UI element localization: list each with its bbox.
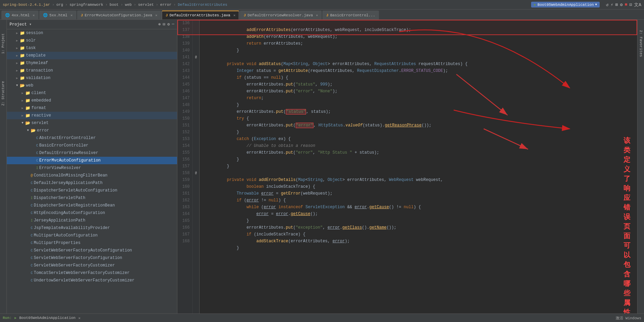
tree-arrow-web: ▼ — [15, 84, 19, 87]
tree-item-validation[interactable]: ▶ 📁 validation — [7, 74, 177, 82]
tree-label-error: error — [37, 128, 49, 133]
line-num-159: 159 — [177, 177, 192, 183]
settings-icon[interactable]: ⚙ — [620, 2, 623, 7]
tab-4xx[interactable]: 🌐 4xx.html ✕ — [1, 11, 39, 19]
tree-item-ServletWebServerFactoryAutoConfiguration[interactable]: ▶ C ServletWebServerFactoryAutoConfigura… — [7, 247, 177, 254]
code-line-136: addErrorAttributes(errorAttributes, webR… — [200, 20, 637, 27]
tree-item-MultipartProperties[interactable]: ▶ C MultipartProperties — [7, 239, 177, 247]
tree-label-transaction: transaction — [26, 68, 53, 73]
line-num-165: 165 — [177, 217, 192, 224]
tree-label-web: web — [26, 83, 33, 88]
tree-item-error[interactable]: ▼ 📂 error — [7, 127, 177, 134]
tab-5xx[interactable]: 🌐 5xx.html ✕ — [39, 11, 76, 19]
tree-arrow-template: ▶ — [15, 54, 19, 58]
project-side-tab[interactable]: 1: Project — [1, 33, 5, 54]
tab-5xx-close[interactable]: ✕ — [71, 13, 73, 17]
tree-arrow-task: ▶ — [15, 46, 19, 50]
tab-defaultError[interactable]: J DefaultErrorAttributes.java ✕ — [162, 11, 239, 19]
tree-label-DispatcherServletRegistrationBean: DispatcherServletRegistrationBean — [34, 203, 115, 208]
gutter-168 — [193, 238, 199, 245]
run-close-icon[interactable]: ✕ — [78, 316, 80, 320]
tab-defaultErrorView[interactable]: J DefaultErrorViewResolver.java ✕ — [240, 11, 322, 19]
tree-item-AbstractErrorController[interactable]: ▶ C AbstractErrorController — [7, 134, 177, 142]
tab-defaultErrorView-close[interactable]: ✕ — [316, 13, 318, 17]
line-num-155: 155 — [177, 149, 192, 156]
tree-item-ServletWebServerFactoryCustomizer[interactable]: ▶ C ServletWebServerFactoryCustomizer — [7, 262, 177, 269]
breadcrumb-boot: boot — [109, 3, 118, 7]
gutter-158: @ — [193, 170, 199, 177]
tree-item-ErrorViewResolver[interactable]: ▶ I ErrorViewResolver — [7, 164, 177, 172]
tree-item-UndertowServletWebServerFactoryCustomizer[interactable]: ▶ C UndertowServletWebServerFactoryCusto… — [7, 277, 177, 284]
tree-arrow-thymeleaf: ▶ — [15, 61, 19, 65]
folder-icon-solr: 📁 — [20, 38, 25, 43]
tree-item-DispatcherServletPath[interactable]: ▶ I DispatcherServletPath — [7, 194, 177, 202]
sidebar-header: Project ▾ ⊕ ⊟ ⚙ — — [7, 20, 177, 29]
gutter-152 — [193, 129, 199, 136]
tree-item-servlet[interactable]: ▼ 📂 servlet — [7, 119, 177, 127]
folder-icon-reactive: 📁 — [25, 113, 30, 118]
gutter-165 — [193, 217, 199, 224]
refresh-icon[interactable]: ↺ — [606, 2, 609, 7]
layers-icon[interactable]: ⊞ — [615, 2, 618, 7]
class-icon-dispatcherauto: C — [31, 189, 33, 193]
code-line-158: private void addErrorDetails(Map<String,… — [200, 170, 637, 177]
tree-item-ErrorMvcAutoConfiguration[interactable]: ▶ C ErrorMvcAutoConfiguration — [7, 157, 177, 164]
tree-item-client[interactable]: ▶ 📁 client — [7, 89, 177, 97]
tab-errorMvc-close[interactable]: ✕ — [155, 13, 157, 17]
gutter-166 — [193, 224, 199, 231]
sidebar-gear-icon[interactable]: ⊕ — [158, 22, 161, 27]
class-icon-jersey: C — [31, 181, 33, 185]
tree-item-transaction[interactable]: ▶ 📁 transaction — [7, 67, 177, 74]
gutter-155 — [193, 149, 199, 156]
run-config-dropdown[interactable]: ▼ — [595, 3, 597, 6]
tree-item-ConditionalOnMissingFilterBean[interactable]: ▶ @ ConditionalOnMissingFilterBean — [7, 172, 177, 179]
folder-icon-embedded: 📁 — [25, 98, 30, 103]
tree-label-ServletWebServerFactoryCustomizer: ServletWebServerFactoryCustomizer — [34, 263, 115, 268]
tree-item-web[interactable]: ▼ 📂 web — [7, 82, 177, 89]
run-config[interactable]: ▶ Boot05WebAdminApplication ▼ — [531, 2, 600, 7]
tree-item-JerseyApplicationPath[interactable]: ▶ I JerseyApplicationPath — [7, 217, 177, 224]
line-num-140: 140 — [177, 47, 192, 54]
tree-item-JspTemplateAvailabilityProvider[interactable]: ▶ C JspTemplateAvailabilityProvider — [7, 224, 177, 232]
gutter-162 — [193, 197, 199, 204]
maximize-icon[interactable]: ⊡ — [629, 2, 632, 7]
folder-icon-session: 📁 — [20, 31, 25, 36]
tree-item-HttpEncodingAutoConfiguration[interactable]: ▶ C HttpEncodingAutoConfiguration — [7, 209, 177, 217]
favorites-side-tab[interactable]: 2: Favorites — [639, 30, 643, 57]
tree-item-reactive[interactable]: ▶ 📁 reactive — [7, 112, 177, 119]
tree-item-thymeleaf[interactable]: ▶ 📁 thymeleaf — [7, 59, 177, 67]
tree-item-session[interactable]: ▶ 📁 session — [7, 29, 177, 37]
tab-basicError[interactable]: J BasicErrorControl... — [322, 11, 379, 19]
tab-defaultError-close[interactable]: ✕ — [233, 13, 235, 17]
sidebar-collapse-icon[interactable]: ⊟ — [163, 22, 165, 27]
gutter-142 — [193, 61, 199, 67]
tab-errorMvc-label: ErrorMvcAutoConfiguration.java — [85, 13, 152, 17]
tree-item-DefaultErrorViewResolver[interactable]: ▶ C DefaultErrorViewResolver — [7, 149, 177, 157]
tree-item-MultipartAutoConfiguration[interactable]: ▶ C MultipartAutoConfiguration — [7, 232, 177, 239]
line-num-166: 166 — [177, 224, 192, 231]
tree-item-template[interactable]: ▶ 📁 template — [7, 52, 177, 59]
gutter-156 — [193, 156, 199, 163]
tree-item-solr[interactable]: ▶ 📁 solr — [7, 37, 177, 44]
tree-item-format[interactable]: ▶ 📁 format — [7, 104, 177, 112]
tree-item-BasicErrorController[interactable]: ▶ C BasicErrorController — [7, 142, 177, 149]
tree-item-TomcatServletWebServerFactoryCustomizer[interactable]: ▶ C TomcatServletWebServerFactoryCustomi… — [7, 269, 177, 277]
tree-item-DefaultJerseyApplicationPath[interactable]: ▶ C DefaultJerseyApplicationPath — [7, 179, 177, 187]
tab-errorMvc[interactable]: J ErrorMvcAutoConfiguration.java ✕ — [77, 11, 161, 19]
sidebar-settings-icon[interactable]: ⚙ — [167, 22, 170, 27]
structure-side-tab[interactable]: Z: Structure — [1, 81, 5, 106]
tree-item-DispatcherServletAutoConfiguration[interactable]: ▶ C DispatcherServletAutoConfiguration — [7, 187, 177, 194]
tree-item-ServletWebServerFactoryConfiguration[interactable]: ▶ C ServletWebServerFactoryConfiguration — [7, 254, 177, 262]
tree-item-DispatcherServletRegistrationBean[interactable]: ▶ C DispatcherServletRegistrationBean — [7, 202, 177, 209]
stop-icon[interactable]: ■ — [625, 2, 628, 7]
activate-windows-text: 激活 Windows — [616, 316, 641, 321]
tab-4xx-close[interactable]: ✕ — [33, 13, 35, 17]
lightning-icon[interactable]: ⚡ — [611, 2, 613, 7]
tree-label-JerseyApplicationPath: JerseyApplicationPath — [34, 218, 85, 223]
tree-item-embedded[interactable]: ▶ 📁 embedded — [7, 97, 177, 104]
translate-icon[interactable]: 文A — [634, 2, 641, 8]
tree-item-task[interactable]: ▶ 📁 task — [7, 44, 177, 52]
sidebar-close-icon[interactable]: — — [172, 22, 174, 27]
tab-basicError-icon: J — [326, 13, 328, 17]
class-icon-abstracterror: C — [36, 136, 38, 140]
